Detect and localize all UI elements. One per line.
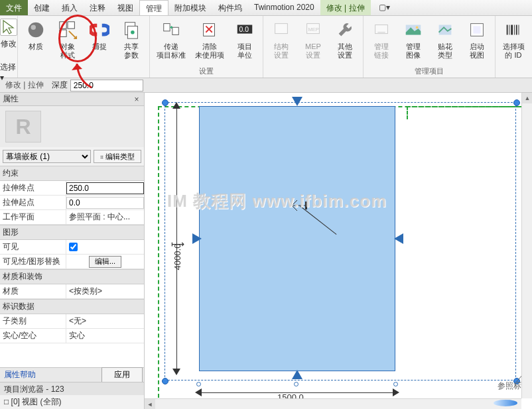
node-br-profile[interactable]	[393, 382, 398, 386]
vis-override-edit-button[interactable]: 编辑...	[89, 256, 121, 268]
subcategory-value[interactable]: <无>	[66, 314, 89, 328]
starting-view-icon	[466, 19, 488, 41]
type-thumb-icon: R	[5, 111, 41, 143]
scroll-up-icon[interactable]: ▲	[522, 93, 532, 103]
decal-types-button[interactable]: 贴花 类型	[431, 19, 459, 60]
drag-handle-right[interactable]	[394, 233, 405, 244]
mep-settings-button[interactable]: MEP MEP 设置	[299, 19, 327, 60]
node-bl-profile[interactable]	[196, 382, 201, 386]
drag-handle-bottom[interactable]	[292, 370, 302, 380]
svg-marker-41	[172, 102, 180, 109]
row-solid: 实心/空心 实心	[0, 329, 144, 343]
images-label: 管理 图像	[406, 42, 421, 60]
structural-settings-button[interactable]: 结构 设置	[267, 19, 295, 60]
purge-button[interactable]: 清除 未使用项	[192, 19, 227, 60]
scrollbar-horizontal[interactable]: ◄	[145, 398, 521, 409]
svg-rect-4	[60, 30, 66, 36]
close-icon[interactable]: ×	[132, 95, 141, 104]
svg-rect-2	[60, 22, 66, 29]
tab-insert[interactable]: 插入	[56, 0, 84, 15]
material-label: 材质	[29, 42, 43, 51]
svg-marker-38	[192, 233, 202, 244]
node-bm-profile[interactable]	[294, 382, 299, 386]
svg-marker-42	[172, 369, 180, 375]
ribbon-group-query: 选择项 的 ID 按 ID 选择 ! 警告 查询	[496, 16, 532, 78]
depth-input[interactable]	[70, 80, 143, 91]
dim-h-arrow-l	[195, 388, 203, 396]
zoom-indicator-icon	[492, 398, 519, 408]
properties-header: 属性 ×	[0, 93, 144, 106]
scrollbar-vertical[interactable]: ▲	[521, 93, 532, 398]
solid-value[interactable]: 实心	[66, 329, 88, 343]
structural-label: 结构 设置	[274, 42, 289, 60]
tab-file[interactable]: 文件	[0, 0, 28, 15]
row-workplane: 工作平面 参照平面 : 中心...	[0, 210, 144, 225]
other-settings-button[interactable]: 其他 设置	[331, 19, 359, 60]
dim-v-arrow-top	[172, 102, 180, 110]
material-value[interactable]: <按类别>	[66, 284, 105, 298]
tab-annotate[interactable]: 注释	[84, 0, 111, 15]
workspace: 属性 × R 幕墙嵌板 (1) ⌗ 编辑类型 约束 拉伸终点 拉伸起点 工作平面…	[0, 93, 532, 409]
properties-help-link[interactable]: 属性帮助	[1, 369, 36, 380]
drag-handle-top[interactable]	[292, 97, 302, 107]
units-button[interactable]: 0.0 项目 单位	[231, 19, 259, 60]
transfer-standards-button[interactable]: 传递 项目标准	[154, 19, 188, 60]
scroll-left-icon[interactable]: ◄	[145, 399, 155, 409]
tab-addins[interactable]: 附加模块	[168, 0, 212, 15]
shared-params-button[interactable]: 共享 参数	[117, 19, 145, 60]
links-icon	[370, 19, 393, 41]
drawing-canvas[interactable]: 4000.0 ⟼ 1500.0 参照标高 ▲ ◄	[145, 93, 532, 409]
svg-text:MEP: MEP	[308, 27, 319, 32]
drag-handle-left[interactable]	[192, 233, 203, 244]
ids-of-selection-button[interactable]: 选择项 的 ID	[499, 19, 527, 60]
tab-twinmotion[interactable]: Twinmotion 2020	[248, 0, 320, 15]
apply-button[interactable]: 应用	[101, 367, 143, 382]
flip-control[interactable]	[289, 195, 309, 215]
handle-bl[interactable]	[162, 378, 168, 384]
project-browser-node[interactable]: □ [0] 视图 (全部)	[0, 395, 144, 409]
ribbon-group-settings2: 传递 项目标准 清除 未使用项 0.0 项目 单位 设置	[150, 16, 263, 78]
purge-label: 清除 未使用项	[195, 42, 224, 60]
menu-bar: 文件 创建 插入 注释 视图 管理 附加模块 构件坞 Twinmotion 20…	[0, 0, 532, 16]
section-material: 材质和装饰	[0, 269, 144, 284]
object-styles-button[interactable]: 对象 样式	[54, 19, 82, 60]
material-icon	[25, 19, 47, 41]
handle-tr[interactable]	[513, 99, 520, 106]
workplane-value: 参照平面 : 中心...	[66, 210, 133, 224]
handle-tl[interactable]	[162, 99, 168, 106]
row-vis-override: 可见性/图形替换 编辑...	[0, 255, 144, 269]
ribbon-select-panel: 修改 选择 ▾	[0, 16, 18, 78]
extrusion-end-input[interactable]	[66, 182, 144, 194]
svg-rect-27	[519, 25, 519, 35]
material-button[interactable]: 材质	[22, 19, 50, 60]
properties-footer: 属性帮助 应用	[0, 367, 144, 382]
snap-button[interactable]: 捕捉	[86, 19, 113, 60]
type-selector[interactable]: 幕墙嵌板 (1)	[3, 150, 91, 163]
structural-icon	[270, 19, 293, 41]
object-styles-label: 对象 样式	[60, 42, 75, 60]
dim-marker-icon: ⟼	[171, 239, 184, 249]
svg-rect-9	[172, 27, 178, 34]
dim-v-arrow-bot	[172, 367, 180, 375]
svg-marker-36	[292, 97, 302, 106]
row-extrusion-start: 拉伸起点	[0, 196, 144, 210]
edit-type-button[interactable]: ⌗ 编辑类型	[94, 150, 141, 163]
modify-cursor-icon[interactable]	[0, 19, 17, 36]
starting-view-button[interactable]: 启动 视图	[463, 19, 491, 60]
crop-region[interactable]	[165, 102, 516, 380]
visible-checkbox[interactable]	[69, 243, 78, 251]
svg-point-1	[31, 25, 36, 30]
ribbon: 修改 选择 ▾ 材质 对象 样式 捕捉 共享 参数	[0, 16, 532, 78]
manage-links-button[interactable]: 管理 链接	[367, 19, 395, 60]
tab-modify-extrusion[interactable]: 修改 | 拉伸	[320, 0, 371, 15]
tab-view[interactable]: 视图	[111, 0, 139, 15]
tab-goujianwu[interactable]: 构件坞	[212, 0, 248, 15]
project-browser-header[interactable]: 项目浏览器 - 123	[0, 382, 144, 395]
quick-access-dropdown[interactable]: ▢▾	[375, 0, 394, 15]
extrusion-start-input[interactable]	[66, 197, 144, 209]
ribbon-group-settings1: 材质 对象 样式 捕捉 共享 参数	[18, 16, 150, 78]
tab-create[interactable]: 创建	[28, 0, 56, 15]
manage-images-button[interactable]: 管理 图像	[399, 19, 427, 60]
tab-manage[interactable]: 管理	[139, 0, 168, 15]
svg-rect-21	[473, 26, 480, 33]
